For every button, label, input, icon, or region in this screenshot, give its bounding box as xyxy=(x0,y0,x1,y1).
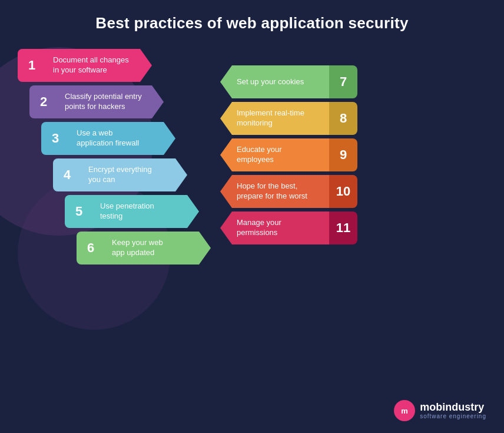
left-column: 1 Document all changesin your software 2… xyxy=(18,49,211,265)
item-label: Manage yourpermissions xyxy=(220,211,329,244)
logo: m mobindustry software engineering xyxy=(394,400,486,421)
item-label: Hope for the best,prepare for the worst xyxy=(220,175,329,208)
list-item: 1 Document all changesin your software xyxy=(18,49,211,82)
item-label: Classify potential entrypoints for hacke… xyxy=(58,85,164,118)
list-item: 2 Classify potential entrypoints for hac… xyxy=(29,85,211,118)
item-label: Keep your webapp updated xyxy=(105,232,211,265)
item-number: 10 xyxy=(329,175,357,208)
item-label: Use a webapplication firewall xyxy=(69,122,175,155)
svg-text:m: m xyxy=(401,406,408,415)
item-label: Document all changesin your software xyxy=(46,49,152,82)
logo-subtitle: software engineering xyxy=(420,413,486,419)
list-item: Educate youremployees 9 xyxy=(220,138,381,171)
list-item: 3 Use a webapplication firewall xyxy=(41,122,211,155)
item-number: 5 xyxy=(65,195,93,228)
item-number: 8 xyxy=(329,102,357,135)
list-item: 5 Use penetrationtesting xyxy=(65,195,211,228)
item-label: Educate youremployees xyxy=(220,138,329,171)
list-item: Set up your cookies 7 xyxy=(220,65,404,98)
right-column: Set up your cookies 7 Implement real-tim… xyxy=(220,65,404,244)
list-item: Manage yourpermissions 11 xyxy=(220,211,357,244)
item-number: 4 xyxy=(53,158,81,191)
item-number: 7 xyxy=(329,65,357,98)
item-number: 11 xyxy=(329,211,357,244)
logo-name: mobindustry xyxy=(420,402,486,414)
item-number: 1 xyxy=(18,49,46,82)
list-item: Implement real-timemonitoring 8 xyxy=(220,102,393,135)
list-item: 6 Keep your webapp updated xyxy=(77,232,211,265)
item-label: Implement real-timemonitoring xyxy=(220,102,329,135)
item-number: 6 xyxy=(77,232,105,265)
item-label: Set up your cookies xyxy=(220,65,329,98)
logo-icon: m xyxy=(394,400,415,421)
item-number: 3 xyxy=(41,122,69,155)
logo-text: mobindustry software engineering xyxy=(420,402,486,420)
diagram: 1 Document all changesin your software 2… xyxy=(18,49,486,265)
item-label: Use penetrationtesting xyxy=(93,195,199,228)
page-title: Best practices of web application securi… xyxy=(18,14,486,32)
list-item: 4 Encrypt everythingyou can xyxy=(53,158,211,191)
item-number: 9 xyxy=(329,138,357,171)
item-label: Encrypt everythingyou can xyxy=(81,158,187,191)
item-number: 2 xyxy=(29,85,58,118)
list-item: Hope for the best,prepare for the worst … xyxy=(220,175,369,208)
